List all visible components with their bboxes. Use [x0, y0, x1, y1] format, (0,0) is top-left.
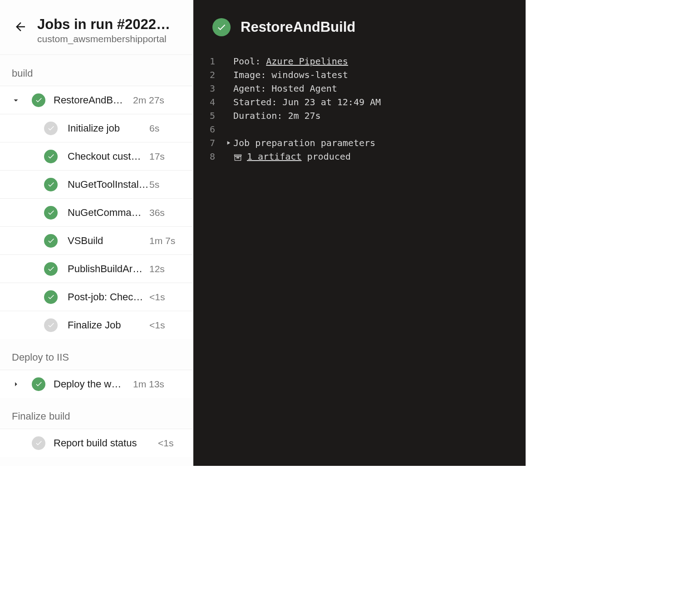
step-row[interactable]: Post-job: Chec…<1s: [0, 283, 193, 311]
status-neutral-icon: [44, 318, 58, 332]
line-number: 1: [193, 54, 223, 68]
title-wrap: Jobs in run #2022… custom_awsmembershipp…: [37, 16, 181, 44]
artifact-link[interactable]: 1 artifact: [247, 151, 301, 162]
job-label: Report build status: [54, 437, 158, 449]
job-row[interactable]: Report build status<1s: [0, 429, 193, 457]
status-neutral-icon: [44, 122, 58, 135]
log-line-prep: Job preparation parameters: [233, 136, 375, 150]
step-label: VSBuild: [68, 235, 149, 247]
log-area: 1Pool: Azure Pipelines 2Image: windows-l…: [193, 46, 526, 163]
status-success-icon: [44, 290, 58, 304]
step-duration: 5s: [149, 179, 162, 190]
stage-header: build: [0, 55, 193, 86]
step-duration: 17s: [149, 151, 167, 162]
status-success-icon: [44, 178, 58, 191]
check-icon: [217, 22, 226, 32]
step-label: NuGetToolInstal…: [68, 179, 149, 191]
step-row[interactable]: Finalize Job<1s: [0, 311, 193, 339]
job-duration: 2m 27s: [133, 95, 167, 106]
step-duration: 6s: [149, 123, 162, 134]
log-line-artifact: 1 artifact produced: [233, 150, 351, 163]
back-button[interactable]: [12, 18, 29, 35]
log-line-image: Image: windows-latest: [233, 68, 348, 82]
job-row[interactable]: RestoreAndB…2m 27s: [0, 86, 193, 114]
status-success-icon: [32, 93, 45, 107]
line-number: 6: [193, 122, 223, 136]
line-number: 2: [193, 68, 223, 82]
line-number: 3: [193, 82, 223, 95]
main-panel: RestoreAndBuild 1Pool: Azure Pipelines 2…: [193, 0, 526, 466]
step-row[interactable]: NuGetToolInstal…5s: [0, 170, 193, 198]
step-duration: 12s: [149, 264, 167, 274]
step-label: Post-job: Chec…: [68, 291, 149, 303]
stage-header: Deploy to IIS: [0, 339, 193, 370]
arrow-left-icon: [14, 20, 27, 34]
status-success-icon: [44, 234, 58, 248]
line-number: 7: [193, 136, 223, 150]
pool-link[interactable]: Azure Pipelines: [266, 56, 348, 67]
line-number: 4: [193, 95, 223, 109]
main-status-icon: [212, 18, 231, 36]
step-row[interactable]: Checkout cust…17s: [0, 142, 193, 170]
sidebar: Jobs in run #2022… custom_awsmembershipp…: [0, 0, 193, 466]
log-line-started: Started: Jun 23 at 12:49 AM: [233, 95, 381, 109]
job-duration: <1s: [158, 438, 176, 449]
log-line-empty: [233, 122, 239, 136]
step-duration: 36s: [149, 207, 167, 218]
step-row[interactable]: NuGetComma…36s: [0, 198, 193, 226]
step-label: Initialize job: [68, 122, 149, 134]
job-label: RestoreAndB…: [54, 94, 133, 106]
log-line-duration: Duration: 2m 27s: [233, 109, 321, 122]
main-header: RestoreAndBuild: [193, 0, 526, 46]
page-title: Jobs in run #2022…: [37, 16, 181, 33]
job-label: Deploy the w…: [54, 378, 133, 390]
status-success-icon: [44, 150, 58, 163]
step-label: PublishBuildAr…: [68, 263, 149, 275]
stage-header: Finalize build: [0, 398, 193, 429]
chevron-right-icon[interactable]: [0, 379, 32, 389]
step-duration: <1s: [149, 292, 167, 303]
page-subtitle: custom_awsmembershipportal: [37, 34, 181, 44]
job-duration: 1m 13s: [133, 379, 167, 390]
step-row[interactable]: VSBuild1m 7s: [0, 226, 193, 254]
status-neutral-icon: [32, 436, 45, 450]
sidebar-header: Jobs in run #2022… custom_awsmembershipp…: [0, 0, 193, 55]
expand-toggle[interactable]: [223, 136, 233, 150]
main-title: RestoreAndBuild: [241, 19, 355, 35]
step-label: Finalize Job: [68, 319, 149, 331]
job-row[interactable]: Deploy the w…1m 13s: [0, 370, 193, 398]
chevron-down-icon[interactable]: [0, 95, 32, 105]
step-duration: <1s: [149, 320, 167, 331]
step-label: Checkout cust…: [68, 151, 149, 162]
step-row[interactable]: Initialize job6s: [0, 114, 193, 142]
log-line-agent: Agent: Hosted Agent: [233, 82, 337, 95]
step-row[interactable]: PublishBuildAr…12s: [0, 254, 193, 283]
archive-icon: [233, 153, 242, 162]
line-number: 5: [193, 109, 223, 122]
line-number: 8: [193, 150, 223, 163]
log-line-pool: Pool: Azure Pipelines: [233, 54, 348, 68]
status-success-icon: [44, 262, 58, 276]
status-success-icon: [44, 206, 58, 220]
step-duration: 1m 7s: [149, 235, 178, 246]
triangle-right-icon: [225, 140, 231, 146]
status-success-icon: [32, 377, 45, 391]
step-label: NuGetComma…: [68, 207, 149, 219]
